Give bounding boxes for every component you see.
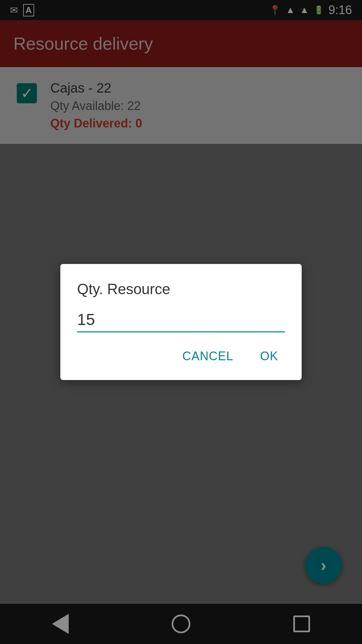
qty-input[interactable] (77, 308, 285, 331)
dialog-title: Qty. Resource (77, 281, 285, 298)
qty-resource-dialog: Qty. Resource CANCEL OK (60, 264, 302, 380)
ok-button[interactable]: OK (253, 346, 285, 367)
qty-input-container (77, 308, 285, 332)
dialog-actions: CANCEL OK (77, 346, 285, 367)
cancel-button[interactable]: CANCEL (176, 346, 240, 367)
modal-overlay: Qty. Resource CANCEL OK (0, 0, 362, 644)
